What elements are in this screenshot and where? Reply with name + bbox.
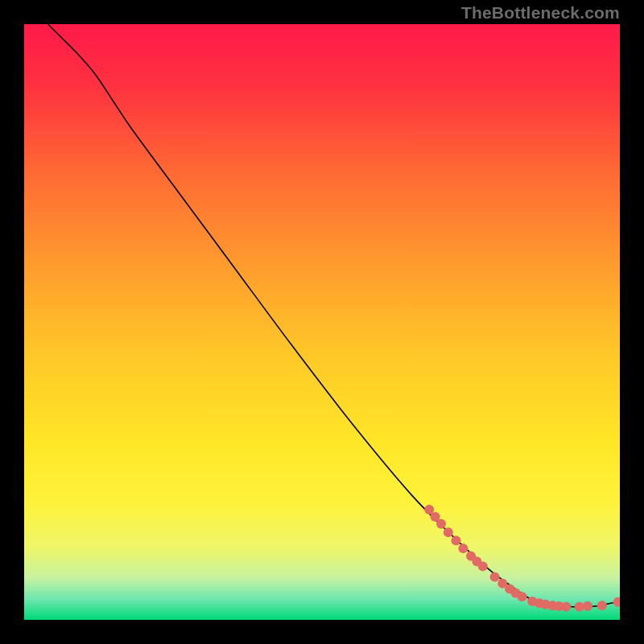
watermark-text: TheBottleneck.com (461, 3, 620, 23)
chart-background (24, 24, 620, 620)
chart-svg (24, 24, 620, 620)
highlight-point (490, 572, 500, 582)
highlight-point (575, 602, 584, 612)
highlight-point (452, 536, 461, 546)
highlight-point (436, 519, 446, 529)
highlight-point (444, 527, 453, 537)
highlight-point (597, 601, 607, 610)
chart-stage: TheBottleneck.com (0, 0, 644, 644)
highlight-point (561, 602, 571, 612)
highlight-point (518, 592, 527, 601)
highlight-point (458, 543, 468, 553)
highlight-point (478, 561, 488, 571)
highlight-point (583, 601, 592, 611)
chart-plot-area (24, 24, 620, 620)
